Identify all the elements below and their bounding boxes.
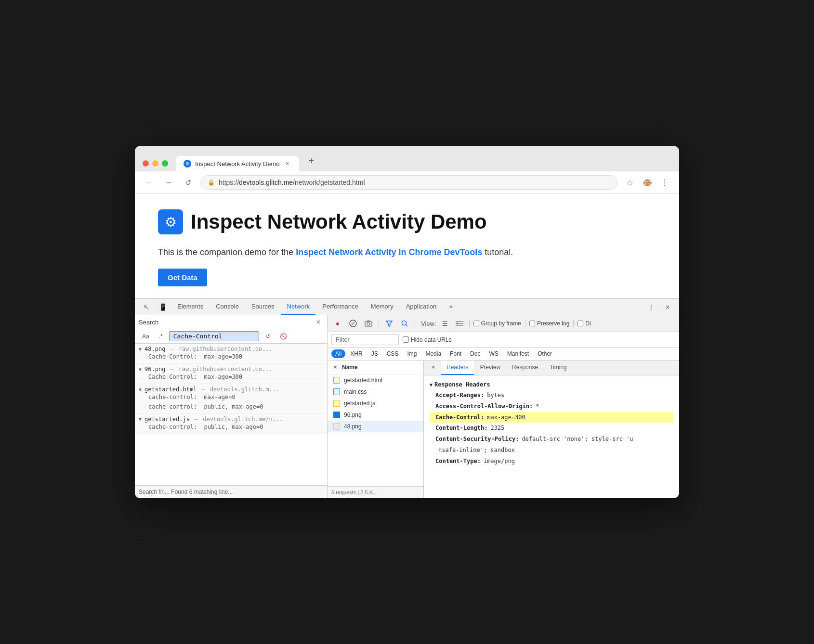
close-button[interactable] (143, 160, 149, 167)
search-regex-button[interactable]: .* (156, 332, 166, 341)
header-row-content-type: Content-Type: image/png (430, 456, 673, 467)
type-ws-button[interactable]: WS (485, 349, 502, 358)
search-result-header[interactable]: ▼ 48.png — raw.githubusercontent.co... (139, 346, 323, 352)
tab-favicon: ⚙ (184, 160, 191, 167)
network-toolbar: ● View: ☰ (328, 315, 679, 332)
type-doc-button[interactable]: Doc (466, 349, 484, 358)
search-header: Search × (135, 315, 327, 329)
type-img-button[interactable]: Img (403, 349, 420, 358)
search-button[interactable] (398, 317, 411, 330)
profile-icon[interactable]: 🐵 (641, 176, 654, 189)
result-source: devtools.glitch.m... (210, 386, 280, 393)
new-tab-button[interactable]: + (303, 152, 320, 171)
url-bar[interactable]: 🔒 https://devtools.glitch.me/network/get… (200, 175, 617, 190)
header-val: image/png (484, 457, 515, 465)
type-css-button[interactable]: CSS (383, 349, 403, 358)
result-separator: — (201, 386, 205, 393)
search-block-button[interactable]: 🚫 (276, 332, 290, 341)
search-result-header[interactable]: ▼ getstarted.html — devtools.glitch.m... (139, 386, 323, 393)
filename: main.css (344, 388, 367, 395)
devtools-cursor-icon[interactable]: ↖ (139, 299, 154, 315)
file-item-main-css[interactable]: main.css (328, 386, 423, 398)
type-manifest-button[interactable]: Manifest (503, 349, 533, 358)
header-key: Cache-Control: (435, 413, 484, 422)
search-cache-input[interactable]: Cache-Control (169, 331, 259, 341)
maximize-button[interactable] (162, 160, 168, 167)
headers-tab-bar: × Headers Preview Response Timing (424, 361, 679, 375)
toolbar-separator (573, 320, 574, 327)
search-clear-button[interactable]: × (314, 317, 323, 327)
filter-input[interactable] (331, 334, 399, 345)
file-item-getstarted-html[interactable]: getstarted.html (328, 374, 423, 386)
tab-elements[interactable]: Elements (171, 299, 209, 315)
result-source: raw.githubusercontent.co... (179, 366, 273, 373)
browser-tab[interactable]: ⚙ Inspect Network Activity Demo × (176, 156, 299, 171)
devtools-more-icon[interactable]: ⋮ (643, 299, 659, 315)
bookmark-icon[interactable]: ☆ (623, 176, 637, 189)
get-data-button[interactable]: Get Data (158, 269, 207, 286)
minimize-button[interactable] (152, 160, 158, 167)
camera-button[interactable] (362, 317, 375, 330)
type-font-button[interactable]: Font (446, 349, 465, 358)
tab-console[interactable]: Console (210, 299, 245, 315)
search-result-header[interactable]: ▼ getstarted.js — devtools.glitch.me/n..… (139, 416, 323, 423)
hide-data-urls-label: Hide data URLs (411, 336, 452, 343)
clear-button[interactable] (347, 317, 359, 330)
result-filename: 96.png (144, 366, 165, 373)
filter-button[interactable] (383, 317, 395, 330)
type-js-button[interactable]: JS (368, 349, 382, 358)
headers-close-button[interactable]: × (426, 361, 441, 375)
tree-view-button[interactable] (454, 318, 465, 329)
header-key: Content-Type: (435, 457, 481, 465)
result-separator: — (170, 366, 173, 373)
result-detail-text: cache-control: max-age=0 (148, 393, 323, 402)
search-result-detail: cache-control: public, max-age=0 (139, 423, 323, 432)
type-xhr-button[interactable]: XHR (346, 349, 366, 358)
back-button[interactable]: ← (143, 176, 156, 189)
type-media-button[interactable]: Media (421, 349, 445, 358)
tab-response[interactable]: Response (506, 361, 544, 375)
file-item-getstarted-js[interactable]: getstarted.js (328, 398, 423, 409)
tab-timing[interactable]: Timing (544, 361, 573, 375)
devtools-link[interactable]: Inspect Network Activity In Chrome DevTo… (296, 247, 482, 257)
traffic-lights (143, 160, 168, 171)
forward-button[interactable]: → (162, 176, 175, 189)
tab-close-button[interactable]: × (284, 160, 291, 167)
group-by-frame-checkbox[interactable]: Group by frame (473, 320, 521, 327)
search-aa-button[interactable]: Aa (139, 332, 153, 341)
list-view-button[interactable]: ☰ (439, 318, 451, 329)
view-label: View: (421, 320, 436, 327)
record-button[interactable]: ● (331, 317, 344, 330)
tab-performance[interactable]: Performance (316, 299, 364, 315)
tab-more[interactable]: » (443, 299, 458, 315)
reload-button[interactable]: ↺ (181, 176, 195, 189)
tab-headers[interactable]: Headers (441, 361, 474, 375)
search-result-detail: Cache-Control: max-age=300 (139, 352, 323, 361)
result-detail-text: cache-control: public, max-age=0 (148, 402, 323, 412)
tab-memory[interactable]: Memory (365, 299, 399, 315)
network-content: × Name getstarted.html main.css (328, 361, 679, 498)
search-result-header[interactable]: ▼ 96.png — raw.githubusercontent.co... (139, 366, 323, 373)
page-content: ⚙ Inspect Network Activity Demo This is … (135, 194, 679, 298)
devtools-close-icon[interactable]: × (660, 299, 675, 315)
preserve-log-checkbox[interactable]: Preserve log (529, 320, 569, 327)
disable-cache-checkbox[interactable]: Di (578, 320, 591, 327)
menu-icon[interactable]: ⋮ (658, 176, 671, 189)
result-source: devtools.glitch.me/n... (203, 416, 283, 423)
file-item-96-png[interactable]: 96.png (328, 409, 423, 421)
type-other-button[interactable]: Other (534, 349, 556, 358)
tab-preview[interactable]: Preview (474, 361, 506, 375)
file-html-icon (333, 377, 340, 384)
list-item: ▼ getstarted.html — devtools.glitch.m...… (135, 384, 327, 413)
tab-application[interactable]: Application (400, 299, 443, 315)
tab-sources[interactable]: Sources (246, 299, 280, 315)
files-close-button[interactable]: × (331, 363, 339, 371)
search-refresh-button[interactable]: ↺ (262, 332, 274, 341)
file-item-48-png[interactable]: 48.png (328, 421, 423, 432)
svg-line-1 (352, 322, 354, 325)
tab-network[interactable]: Network (281, 299, 316, 315)
hide-data-urls-checkbox[interactable]: Hide data URLs (403, 336, 452, 343)
type-all-button[interactable]: All (331, 349, 345, 358)
devtools-mobile-icon[interactable]: 📱 (155, 299, 171, 315)
tab-title: Inspect Network Activity Demo (195, 160, 280, 167)
